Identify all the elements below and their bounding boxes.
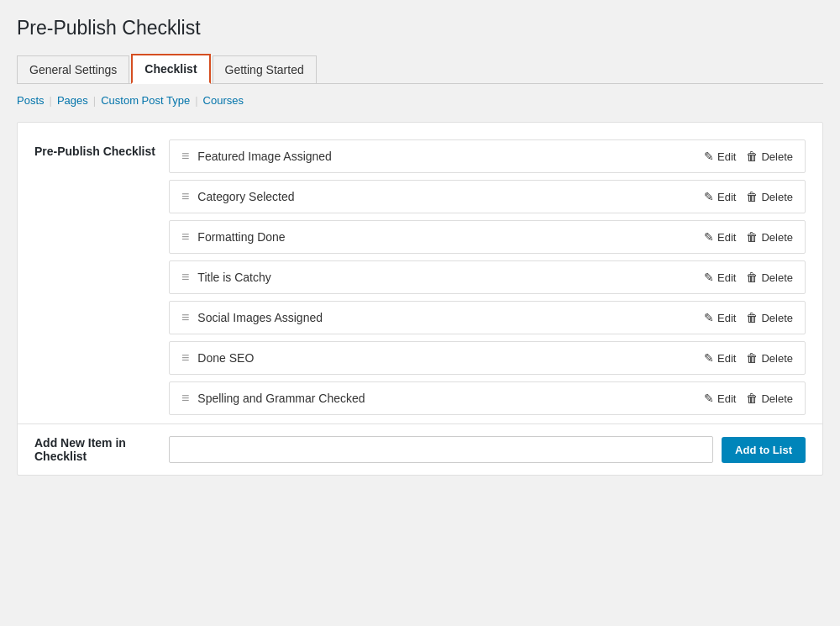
item-actions: ✎ Edit 🗑 Delete xyxy=(704,150,793,163)
item-name: Formatting Done xyxy=(197,230,285,244)
delete-button[interactable]: 🗑 Delete xyxy=(746,190,793,203)
add-input-area: Add to List xyxy=(169,436,806,463)
drag-handle-icon[interactable]: ≡ xyxy=(181,310,189,325)
delete-label: Delete xyxy=(761,392,793,405)
trash-icon: 🗑 xyxy=(746,392,758,405)
item-actions: ✎ Edit 🗑 Delete xyxy=(704,271,793,284)
checklist-item: ≡ Title is Catchy ✎ Edit 🗑 Delete xyxy=(169,260,806,294)
tab-checklist[interactable]: Checklist xyxy=(131,54,210,84)
sub-nav-custom-post-type[interactable]: Custom Post Type xyxy=(101,94,190,107)
edit-label: Edit xyxy=(717,191,736,203)
item-left: ≡ Title is Catchy xyxy=(181,270,271,285)
item-actions: ✎ Edit 🗑 Delete xyxy=(704,190,793,203)
sub-nav: Posts | Pages | Custom Post Type | Cours… xyxy=(17,94,823,107)
sub-nav-posts[interactable]: Posts xyxy=(17,94,45,107)
edit-icon: ✎ xyxy=(704,190,714,203)
item-left: ≡ Social Images Assigned xyxy=(181,310,323,325)
edit-button[interactable]: ✎ Edit xyxy=(704,190,736,203)
checklist-item: ≡ Formatting Done ✎ Edit 🗑 Delete xyxy=(169,220,806,254)
section-label: Pre-Publish Checklist xyxy=(34,139,169,415)
edit-label: Edit xyxy=(717,231,736,244)
delete-label: Delete xyxy=(761,271,793,284)
checklist-item: ≡ Social Images Assigned ✎ Edit 🗑 Delete xyxy=(169,301,806,334)
item-name: Category Selected xyxy=(197,190,294,203)
checklist-item: ≡ Category Selected ✎ Edit 🗑 Delete xyxy=(169,180,806,213)
tabs-bar: General Settings Checklist Getting Start… xyxy=(17,53,823,84)
checklist-item: ≡ Done SEO ✎ Edit 🗑 Delete xyxy=(169,341,806,375)
delete-button[interactable]: 🗑 Delete xyxy=(746,392,793,405)
edit-label: Edit xyxy=(717,271,736,284)
item-actions: ✎ Edit 🗑 Delete xyxy=(704,351,793,365)
drag-handle-icon[interactable]: ≡ xyxy=(181,189,189,204)
item-left: ≡ Done SEO xyxy=(181,350,254,366)
edit-icon: ✎ xyxy=(704,392,714,405)
page-title: Pre-Publish Checklist xyxy=(17,17,823,39)
edit-button[interactable]: ✎ Edit xyxy=(704,392,736,405)
item-name: Featured Image Assigned xyxy=(197,150,332,163)
item-name: Title is Catchy xyxy=(197,271,270,284)
add-new-input[interactable] xyxy=(169,436,713,463)
edit-icon: ✎ xyxy=(704,311,714,324)
edit-label: Edit xyxy=(717,150,736,163)
edit-button[interactable]: ✎ Edit xyxy=(704,271,736,284)
bottom-bar: Add New Item in Checklist Add to List xyxy=(18,423,822,475)
delete-button[interactable]: 🗑 Delete xyxy=(746,150,793,163)
tab-getting-started[interactable]: Getting Started xyxy=(213,55,317,83)
sub-nav-courses[interactable]: Courses xyxy=(203,94,244,107)
delete-label: Delete xyxy=(761,191,793,203)
edit-icon: ✎ xyxy=(704,230,714,244)
checklist-items: ≡ Featured Image Assigned ✎ Edit 🗑 Delet… xyxy=(169,139,806,415)
item-name: Spelling and Grammar Checked xyxy=(197,392,365,405)
drag-handle-icon[interactable]: ≡ xyxy=(181,270,189,285)
edit-button[interactable]: ✎ Edit xyxy=(704,351,736,365)
tab-general-settings[interactable]: General Settings xyxy=(17,55,129,83)
item-actions: ✎ Edit 🗑 Delete xyxy=(704,311,793,324)
sub-nav-pages[interactable]: Pages xyxy=(57,94,88,107)
item-left: ≡ Formatting Done xyxy=(181,229,286,245)
edit-label: Edit xyxy=(717,392,736,405)
drag-handle-icon[interactable]: ≡ xyxy=(181,350,189,366)
edit-label: Edit xyxy=(717,352,736,365)
trash-icon: 🗑 xyxy=(746,351,758,365)
main-content: Pre-Publish Checklist ≡ Featured Image A… xyxy=(17,122,823,476)
trash-icon: 🗑 xyxy=(746,230,758,244)
item-left: ≡ Category Selected xyxy=(181,189,295,204)
trash-icon: 🗑 xyxy=(746,271,758,284)
edit-icon: ✎ xyxy=(704,271,714,284)
item-name: Social Images Assigned xyxy=(197,311,323,324)
edit-icon: ✎ xyxy=(704,150,714,163)
edit-label: Edit xyxy=(717,312,736,324)
delete-label: Delete xyxy=(761,231,793,244)
item-left: ≡ Featured Image Assigned xyxy=(181,149,332,164)
drag-handle-icon[interactable]: ≡ xyxy=(181,391,189,406)
delete-label: Delete xyxy=(761,352,793,365)
item-actions: ✎ Edit 🗑 Delete xyxy=(704,392,793,405)
edit-icon: ✎ xyxy=(704,351,714,365)
edit-button[interactable]: ✎ Edit xyxy=(704,150,736,163)
drag-handle-icon[interactable]: ≡ xyxy=(181,149,189,164)
separator-1: | xyxy=(50,94,52,107)
checklist-item: ≡ Featured Image Assigned ✎ Edit 🗑 Delet… xyxy=(169,139,806,173)
edit-button[interactable]: ✎ Edit xyxy=(704,311,736,324)
item-left: ≡ Spelling and Grammar Checked xyxy=(181,391,365,406)
page-wrapper: Pre-Publish Checklist General Settings C… xyxy=(0,0,840,626)
checklist-item: ≡ Spelling and Grammar Checked ✎ Edit 🗑 … xyxy=(169,381,806,415)
content-layout: Pre-Publish Checklist ≡ Featured Image A… xyxy=(18,123,822,423)
separator-2: | xyxy=(93,94,96,107)
delete-button[interactable]: 🗑 Delete xyxy=(746,271,793,284)
item-actions: ✎ Edit 🗑 Delete xyxy=(704,230,793,244)
add-new-label: Add New Item in Checklist xyxy=(34,436,169,463)
edit-button[interactable]: ✎ Edit xyxy=(704,230,736,244)
item-name: Done SEO xyxy=(197,351,254,365)
delete-button[interactable]: 🗑 Delete xyxy=(746,311,793,324)
trash-icon: 🗑 xyxy=(746,150,758,163)
delete-label: Delete xyxy=(761,150,793,163)
drag-handle-icon[interactable]: ≡ xyxy=(181,229,189,245)
trash-icon: 🗑 xyxy=(746,190,758,203)
add-to-list-button[interactable]: Add to List xyxy=(722,437,806,463)
separator-3: | xyxy=(195,94,197,107)
delete-button[interactable]: 🗑 Delete xyxy=(746,230,793,244)
delete-button[interactable]: 🗑 Delete xyxy=(746,351,793,365)
trash-icon: 🗑 xyxy=(746,311,758,324)
delete-label: Delete xyxy=(761,312,793,324)
